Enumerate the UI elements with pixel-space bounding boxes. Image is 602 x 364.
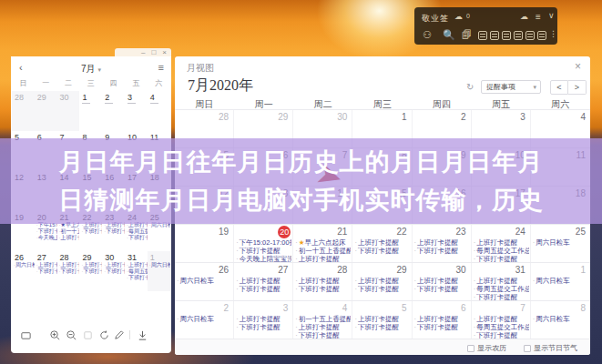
calendar-cell[interactable]: 25·周六日检车: [531, 225, 590, 263]
event-item[interactable]: ·上班打卡提醒: [57, 235, 80, 241]
calendar-cell[interactable]: 31·上班打卡提醒·每周五提交工作总结·下班打卡提醒: [125, 251, 148, 291]
event-item[interactable]: ·今天晚上陪宝宝洗…: [35, 235, 57, 241]
calendar-cell[interactable]: 27·上班打卡提醒·下班打卡提醒: [234, 263, 293, 301]
calendar-cell[interactable]: 30·上班打卡提醒·下班打卡提醒: [413, 263, 472, 301]
search-icon[interactable]: 🔍: [443, 29, 455, 41]
calendar-cell[interactable]: 31·上班打卡提醒·每周五提交工作总结·下班打卡提醒: [472, 263, 531, 301]
event-item[interactable]: ·下班打卡提醒: [414, 323, 470, 331]
event-item[interactable]: ·下班打卡提醒: [35, 268, 57, 275]
category-filter-dropdown[interactable]: 提醒事项 ▾: [481, 80, 541, 94]
event-item[interactable]: ·初一十五上香提醒: [295, 247, 351, 255]
cloud-icon[interactable]: ☁: [520, 12, 528, 21]
event-item[interactable]: ·周六日检车: [177, 277, 232, 285]
calendar-cell[interactable]: 30: [57, 91, 80, 131]
event-item[interactable]: ·周六日检车: [12, 262, 35, 268]
mini-month-label[interactable]: 7月 ▾: [11, 63, 171, 76]
event-item[interactable]: ·每周五提交工作总结: [474, 285, 529, 293]
event-item[interactable]: ·上班打卡提醒: [354, 277, 410, 285]
event-item[interactable]: ·上班打卡提醒: [295, 323, 351, 331]
close-button[interactable]: ×: [162, 49, 167, 56]
calendar-cell[interactable]: 5·上班打卡提醒·下班打卡提醒: [352, 301, 412, 339]
event-item[interactable]: ·周六日检车: [177, 315, 232, 323]
event-item[interactable]: ·周六日检车: [148, 262, 170, 268]
calendar-cell[interactable]: 4: [148, 91, 170, 131]
calendar-cell[interactable]: 29·上班打卡提醒·下班打卡提醒: [352, 263, 412, 301]
event-item[interactable]: ·下班打卡提醒: [236, 323, 291, 331]
note-category-icon[interactable]: [490, 31, 499, 40]
calendar-cell[interactable]: 26·周六日检车: [175, 263, 234, 301]
event-item[interactable]: ·上班打卡提醒: [57, 262, 80, 268]
more-options-icon[interactable]: ⋮: [549, 29, 557, 38]
note-category-icon[interactable]: [502, 31, 511, 40]
event-item[interactable]: ·下班打卡提醒: [354, 323, 410, 331]
event-item[interactable]: ·下班打卡提醒: [295, 285, 351, 293]
event-item[interactable]: ·下班打卡提醒: [79, 228, 102, 235]
event-item[interactable]: ·下班打卡提醒: [102, 228, 125, 235]
event-item[interactable]: ·每周五提交工作总结: [125, 268, 148, 275]
calendar-cell[interactable]: 4·初一十五上香提醒·上班打卡提醒·下班打卡提醒: [293, 301, 352, 339]
event-item[interactable]: ·上班打卡提醒: [354, 238, 410, 247]
calendar-cell[interactable]: 20·下午15:02-17:00打…·下班打卡提醒·今天晚上陪宝宝洗…: [234, 225, 293, 263]
calendar-cell[interactable]: 23·上班打卡提醒·下班打卡提醒: [413, 225, 472, 263]
note-category-icon[interactable]: [514, 31, 523, 40]
calendar-cell[interactable]: 22·上班打卡提醒·下班打卡提醒: [352, 225, 412, 263]
event-item[interactable]: ·上班打卡提醒: [79, 262, 102, 268]
calendar-cell[interactable]: 8·周六日检车: [531, 301, 590, 339]
close-icon[interactable]: ×: [575, 60, 581, 73]
event-item[interactable]: ·下班打卡提醒: [236, 285, 291, 293]
calendar-cell[interactable]: 28·上班打卡提醒·下班打卡提醒: [57, 251, 80, 291]
user-icon[interactable]: ⚇: [423, 29, 432, 41]
pin-panel-icon[interactable]: [20, 329, 33, 341]
event-item[interactable]: ·上班打卡提醒: [102, 262, 125, 268]
calendar-cell[interactable]: 1: [79, 91, 102, 131]
clipboard-icon[interactable]: 🗐: [462, 29, 472, 40]
calendar-cell[interactable]: 1·周六日检车: [148, 251, 170, 291]
calendar-cell[interactable]: 2: [102, 91, 125, 131]
event-item[interactable]: ·每周五提交工作总结: [125, 228, 148, 235]
minimize-button[interactable]: –: [141, 49, 145, 56]
maximize-button[interactable]: □: [151, 49, 156, 56]
event-item[interactable]: ·下班打卡提醒: [125, 275, 148, 281]
event-item[interactable]: ·初一十五上香提醒: [295, 315, 351, 323]
note-category-icon[interactable]: [525, 31, 535, 40]
calendar-cell[interactable]: 19: [175, 225, 234, 263]
event-item[interactable]: ·上班打卡提醒: [474, 238, 529, 247]
event-item[interactable]: ·上班打卡提醒: [354, 315, 410, 323]
event-item[interactable]: ·下班打卡提醒: [125, 235, 148, 241]
menu-icon[interactable]: ≡: [536, 12, 541, 22]
event-item[interactable]: ·下班打卡提醒: [236, 247, 291, 255]
calendar-cell[interactable]: 28·上班打卡提醒·下班打卡提醒: [293, 263, 352, 301]
event-item[interactable]: ·周六日检车: [533, 277, 589, 285]
event-item[interactable]: ·每周五提交工作总结: [474, 247, 529, 255]
calendar-cell[interactable]: 21·★早上六点起床·初一十五上香提醒·上班打卡提醒: [293, 225, 352, 263]
event-item[interactable]: ·下班打卡提醒: [354, 247, 410, 255]
calendar-cell[interactable]: 24·上班打卡提醒·每周五提交工作总结·下班打卡提醒: [472, 225, 531, 263]
prev-month-button[interactable]: <: [550, 80, 568, 95]
event-item[interactable]: ·★早上六点起床: [295, 238, 351, 247]
event-item[interactable]: ·每周五提交工作总结: [474, 323, 529, 331]
event-item[interactable]: ·上班打卡提醒: [474, 277, 529, 285]
calendar-cell[interactable]: 26·周六日检车: [12, 251, 35, 291]
event-item[interactable]: ·下班打卡提醒: [35, 228, 57, 235]
zoom-out-icon[interactable]: [66, 329, 78, 341]
refresh-icon[interactable]: ↻: [466, 82, 474, 92]
event-item[interactable]: ·上班打卡提醒: [474, 315, 529, 323]
zoom-in-icon[interactable]: [49, 329, 62, 341]
edit-pencil-icon[interactable]: [113, 329, 126, 341]
event-item[interactable]: ·下班打卡提醒: [414, 247, 470, 255]
event-item[interactable]: ·下午15:02-17:00打…: [236, 238, 291, 247]
calendar-cell[interactable]: 29·上班打卡提醒·下班打卡提醒: [79, 251, 102, 291]
note-category-icon[interactable]: [478, 31, 487, 40]
chevron-down-icon[interactable]: ∨: [548, 11, 555, 20]
calendar-cell[interactable]: 1·周六日检车: [531, 263, 590, 301]
event-item[interactable]: ·下班打卡提醒: [354, 285, 410, 293]
event-item[interactable]: ·上班打卡提醒: [295, 277, 351, 285]
event-item[interactable]: ·下班打卡提醒: [79, 268, 102, 275]
mini-menu-icon[interactable]: ≡: [158, 62, 164, 73]
calendar-cell[interactable]: 29: [35, 91, 57, 131]
rotate-icon[interactable]: [98, 329, 111, 341]
calendar-cell[interactable]: 28: [12, 91, 35, 131]
event-item[interactable]: ·上班打卡提醒: [236, 315, 291, 323]
calendar-cell[interactable]: 2·周六日检车: [175, 301, 234, 339]
calendar-cell[interactable]: 30·上班打卡提醒·下班打卡提醒: [102, 251, 125, 291]
